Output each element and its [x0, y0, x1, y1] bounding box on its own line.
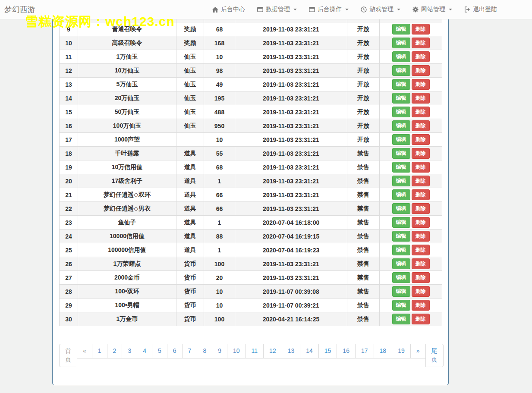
page-16-link[interactable]: 16	[337, 344, 356, 358]
page-2: 2	[107, 344, 123, 367]
delete-button[interactable]: 删除	[412, 93, 430, 104]
edit-button[interactable]: 编辑	[392, 148, 410, 159]
page-12-link[interactable]: 12	[263, 344, 282, 358]
page-10: 10	[227, 344, 246, 367]
delete-button[interactable]: 删除	[412, 162, 430, 173]
cell-status: 开放	[347, 133, 380, 147]
page-17-link[interactable]: 17	[355, 344, 374, 358]
delete-button[interactable]: 删除	[412, 314, 430, 324]
edit-button[interactable]: 编辑	[392, 314, 410, 324]
nav-item-site[interactable]: 网站管理	[412, 6, 452, 13]
edit-button[interactable]: 编辑	[392, 286, 410, 297]
table-row: 1420万仙玉仙玉1952019-11-03 23:31:21开放编辑删除	[60, 91, 442, 105]
page-3-link[interactable]: 3	[122, 344, 137, 358]
cell-status: 开放	[347, 78, 380, 91]
page-19-link[interactable]: 19	[392, 344, 411, 358]
page-5-link[interactable]: 5	[152, 344, 167, 358]
delete-button[interactable]: 删除	[412, 120, 430, 131]
edit-button[interactable]: 编辑	[392, 24, 410, 35]
cell-time: 2020-07-04 16:18:00	[235, 216, 347, 230]
delete-button[interactable]: 删除	[412, 51, 430, 62]
edit-button[interactable]: 编辑	[392, 203, 410, 214]
cell-time: 2020-04-21 16:14:25	[235, 312, 347, 326]
nav-item-logout[interactable]: 退出登陆	[464, 6, 497, 13]
page-7-link[interactable]: 7	[182, 344, 198, 358]
edit-button[interactable]: 编辑	[392, 231, 410, 242]
delete-button[interactable]: 删除	[412, 300, 430, 311]
cell-id: 30	[60, 312, 78, 326]
edit-button[interactable]: 编辑	[392, 162, 410, 173]
cell-type: 货币	[176, 299, 204, 312]
delete-button[interactable]: 删除	[412, 189, 430, 200]
table-row: 111万仙玉仙玉102019-11-03 23:31:21开放编辑删除	[60, 50, 442, 64]
page-13-link[interactable]: 13	[282, 344, 301, 358]
cell-name: 2000金币	[78, 271, 176, 285]
delete-button[interactable]: 删除	[412, 79, 430, 90]
page-4-link[interactable]: 4	[137, 344, 152, 358]
nav-item-label: 数据管理	[266, 6, 290, 13]
page-1-link[interactable]: 1	[92, 344, 107, 358]
page-next: »	[411, 344, 426, 367]
cell-num: 100	[204, 312, 235, 326]
page-10-link[interactable]: 10	[227, 344, 246, 358]
delete-button[interactable]: 删除	[412, 245, 430, 255]
table-row: 301万金币货币1002020-04-21 16:14:25禁售编辑删除	[60, 312, 442, 326]
nav-item-operations[interactable]: 后台操作	[309, 6, 349, 13]
edit-button[interactable]: 编辑	[392, 38, 410, 48]
page-last-link[interactable]: 尾页	[425, 344, 444, 367]
nav-item-game[interactable]: 游戏管理	[361, 6, 400, 13]
cell-num: 10	[204, 50, 235, 64]
edit-button[interactable]: 编辑	[392, 134, 410, 145]
delete-button[interactable]: 删除	[412, 217, 430, 228]
page-8: 8	[197, 344, 212, 367]
nav-item-dashboard[interactable]: 后台中心	[212, 6, 245, 13]
delete-button[interactable]: 删除	[412, 24, 430, 35]
edit-button[interactable]: 编辑	[392, 65, 410, 76]
delete-button[interactable]: 删除	[412, 176, 430, 186]
edit-button[interactable]: 编辑	[392, 107, 410, 117]
cell-id: 23	[60, 216, 78, 230]
cell-type: 货币	[176, 271, 204, 285]
edit-button[interactable]: 编辑	[392, 51, 410, 62]
edit-button[interactable]: 编辑	[392, 79, 410, 90]
delete-button[interactable]: 删除	[412, 107, 430, 117]
delete-button[interactable]: 删除	[412, 286, 430, 297]
edit-button[interactable]: 编辑	[392, 258, 410, 269]
page-2-link[interactable]: 2	[107, 344, 123, 358]
delete-button[interactable]: 删除	[412, 38, 430, 48]
delete-button[interactable]: 删除	[412, 65, 430, 76]
edit-button[interactable]: 编辑	[392, 120, 410, 131]
edit-button[interactable]: 编辑	[392, 272, 410, 283]
nav-item-data[interactable]: 数据管理	[257, 6, 297, 13]
page-18-link[interactable]: 18	[374, 344, 393, 358]
page-6-link[interactable]: 6	[167, 344, 183, 358]
delete-button[interactable]: 删除	[412, 231, 430, 242]
cell-id: 14	[60, 91, 78, 105]
page-8-link[interactable]: 8	[197, 344, 212, 358]
edit-button[interactable]: 编辑	[392, 93, 410, 104]
cell-actions: 编辑删除	[380, 285, 442, 299]
page-first-link[interactable]: 首页	[59, 344, 77, 367]
page-next-link[interactable]: »	[410, 344, 426, 358]
cell-num: 20	[204, 271, 235, 285]
edit-button[interactable]: 编辑	[392, 300, 410, 311]
page-14-link[interactable]: 14	[300, 344, 319, 358]
page-11-link[interactable]: 11	[246, 344, 264, 358]
edit-button[interactable]: 编辑	[392, 245, 410, 255]
edit-button[interactable]: 编辑	[392, 217, 410, 228]
cell-time: 2019-11-03 23:31:21	[235, 91, 347, 105]
cell-actions: 编辑删除	[380, 230, 442, 243]
delete-button[interactable]: 删除	[412, 203, 430, 214]
page-15-link[interactable]: 15	[318, 344, 337, 358]
page-prev-link[interactable]: «	[77, 344, 92, 358]
edit-button[interactable]: 编辑	[392, 176, 410, 186]
cell-time: 2019-11-03 23:31:21	[235, 22, 347, 36]
delete-button[interactable]: 删除	[412, 148, 430, 159]
edit-button[interactable]: 编辑	[392, 189, 410, 200]
page-9-link[interactable]: 9	[212, 344, 227, 358]
delete-button[interactable]: 删除	[412, 134, 430, 145]
cell-num: 98	[204, 64, 235, 78]
delete-button[interactable]: 删除	[412, 272, 430, 283]
page-17: 17	[356, 344, 374, 367]
delete-button[interactable]: 删除	[412, 258, 430, 269]
